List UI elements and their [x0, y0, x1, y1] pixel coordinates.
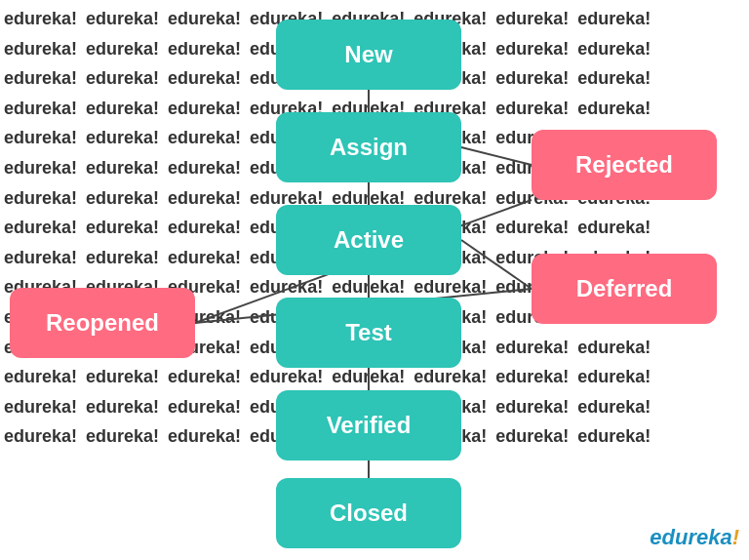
edureka-logo: edureka!: [650, 525, 739, 550]
card-reopened[interactable]: Reopened: [10, 288, 195, 358]
cards-container: New Assign Active Test Verified Closed R…: [0, 0, 749, 560]
card-rejected-label: Rejected: [575, 151, 673, 179]
card-verified-label: Verified: [327, 412, 412, 439]
card-new-label: New: [344, 41, 392, 68]
card-deferred[interactable]: Deferred: [532, 254, 717, 324]
card-active[interactable]: Active: [276, 205, 461, 275]
card-active-label: Active: [334, 226, 404, 254]
card-verified[interactable]: Verified: [276, 390, 461, 460]
card-reopened-label: Reopened: [46, 309, 159, 337]
card-closed-label: Closed: [330, 500, 408, 527]
card-assign-label: Assign: [330, 134, 408, 161]
card-closed[interactable]: Closed: [276, 478, 461, 548]
card-new[interactable]: New: [276, 20, 461, 90]
card-assign[interactable]: Assign: [276, 112, 461, 182]
card-test-label: Test: [345, 319, 392, 346]
card-deferred-label: Deferred: [576, 275, 673, 302]
card-rejected[interactable]: Rejected: [532, 130, 717, 200]
card-test[interactable]: Test: [276, 298, 461, 368]
